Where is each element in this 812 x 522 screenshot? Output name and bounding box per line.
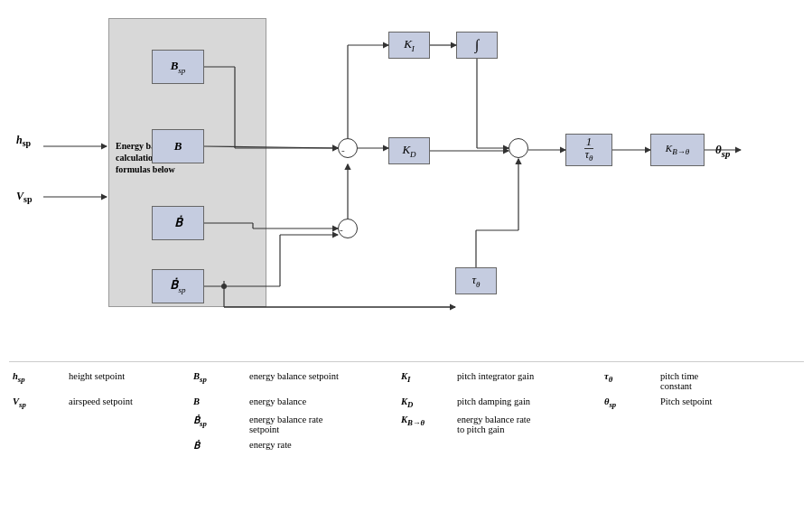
diagram-area: Energy balancecalculations, seeformulas …	[0, 0, 812, 352]
leg-Bdot-sp-desc: energy balance ratesetpoint	[244, 413, 397, 436]
legend-grid: hsp height setpoint Bsp energy balance s…	[9, 369, 804, 452]
tau-lower-block: τθ	[455, 267, 497, 294]
Bdot-block: Ḃ	[152, 206, 204, 240]
leg-K-Bth-sym: KB→θ	[397, 413, 452, 436]
leg-K-I-sym: KI	[397, 369, 452, 393]
sum-junction-2	[509, 138, 528, 158]
legend-area: hsp height setpoint Bsp energy balance s…	[9, 361, 804, 452]
leg-tau-sym: τθ	[601, 369, 655, 393]
B-block: B	[152, 129, 204, 163]
K-I-block: KI	[388, 32, 430, 59]
leg-K-D-sym: KD	[397, 395, 452, 411]
Bdot-sp-block: Ḃsp	[152, 269, 204, 303]
leg-tau-desc: pitch timeconstant	[655, 369, 763, 393]
B-sp-block: Bsp	[152, 50, 204, 84]
leg-theta-sp-sym: θsp	[601, 395, 655, 411]
leg-V-sp-desc: airspeed setpoint	[63, 395, 190, 411]
sum-junction-1	[338, 138, 358, 158]
leg-B-sp-desc: energy balance setpoint	[244, 369, 397, 393]
leg-K-I-desc: pitch integrator gain	[452, 369, 601, 393]
leg-Bdot-sp-sym: Ḃsp	[190, 413, 244, 436]
leg-h-sp-sym: hsp	[9, 369, 63, 393]
v-sp-label: Vsp	[16, 190, 32, 204]
leg-Bdot-sym: Ḃ	[190, 438, 244, 452]
leg-Bdot-desc: energy rate	[244, 438, 397, 452]
sum-junction-3	[338, 219, 358, 238]
h-sp-label: hsp	[16, 134, 31, 148]
leg-B-sym: B	[190, 395, 244, 411]
tau-theta-block: 1 τθ	[565, 134, 612, 166]
leg-h-sp-desc: height setpoint	[63, 369, 190, 393]
K-B-theta-block: KB→θ	[650, 134, 705, 166]
leg-theta-sp-desc: Pitch setpoint	[655, 395, 763, 411]
leg-B-desc: energy balance	[244, 395, 397, 411]
output-label: θsp	[715, 143, 730, 159]
K-D-block: KD	[388, 137, 430, 164]
integral-block: ∫	[456, 32, 498, 59]
leg-V-sp-sym: Vsp	[9, 395, 63, 411]
leg-K-Bth-desc: energy balance rateto pitch gain	[452, 413, 601, 436]
leg-K-D-desc: pitch damping gain	[452, 395, 601, 411]
leg-B-sp-sym: Bsp	[190, 369, 244, 393]
